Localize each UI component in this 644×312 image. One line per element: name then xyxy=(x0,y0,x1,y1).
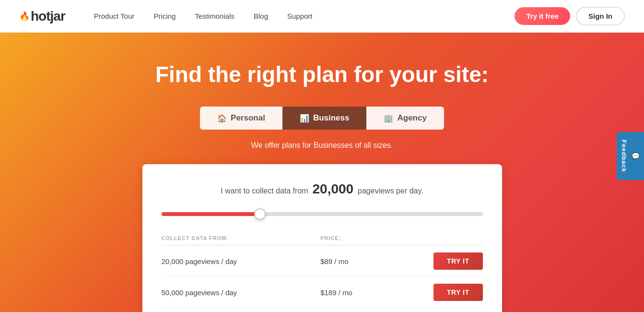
tab-agency[interactable]: 🏢 Agency xyxy=(366,107,444,130)
logo[interactable]: 🔥 hotjar xyxy=(19,9,65,24)
row-data-2: 120,000 pageviews / day xyxy=(162,308,321,312)
nav-product-tour[interactable]: Product Tour xyxy=(94,12,135,20)
nav-blog[interactable]: Blog xyxy=(254,12,268,20)
table-row: 20,000 pageviews / day $89 / mo TRY IT xyxy=(162,245,483,277)
slider-label-prefix: I want to collect data from xyxy=(221,187,308,195)
row-data-1: 50,000 pageviews / day xyxy=(162,277,321,308)
navbar: 🔥 hotjar Product Tour Pricing Testimonia… xyxy=(0,0,644,33)
pricing-table: COLLECT DATA FROM: PRICE: 20,000 pagevie… xyxy=(162,231,483,312)
hero-title: Find the right plan for your site: xyxy=(10,61,634,87)
tab-personal[interactable]: 🏠 Personal xyxy=(200,107,282,130)
feedback-icon: 💬 xyxy=(632,152,640,160)
nav-pricing[interactable]: Pricing xyxy=(154,12,176,20)
feedback-label: Feedback xyxy=(621,140,628,172)
nav-testimonials[interactable]: Testimonials xyxy=(195,12,234,20)
table-row: 120,000 pageviews / day $289 / mo TRY IT xyxy=(162,308,483,312)
business-icon: 📊 xyxy=(300,114,309,123)
row-data-0: 20,000 pageviews / day xyxy=(162,245,321,277)
tab-personal-label: Personal xyxy=(231,113,265,123)
agency-icon: 🏢 xyxy=(384,114,393,123)
row-price-2: $289 / mo xyxy=(320,308,384,312)
pageview-label: I want to collect data from 20,000 pagev… xyxy=(162,181,483,197)
nav-links: Product Tour Pricing Testimonials Blog S… xyxy=(94,12,515,20)
pageview-slider[interactable] xyxy=(162,212,483,216)
personal-icon: 🏠 xyxy=(217,114,227,123)
col-header-price: PRICE: xyxy=(320,231,384,245)
row-price-0: $89 / mo xyxy=(320,245,384,277)
col-header-data: COLLECT DATA FROM: xyxy=(162,231,321,245)
tab-business-label: Business xyxy=(313,113,350,123)
feedback-tab[interactable]: 💬 Feedback xyxy=(617,132,644,180)
nav-actions: Try it free Sign In xyxy=(515,7,625,25)
try-free-button[interactable]: Try it free xyxy=(515,7,570,25)
slider-value-display: 20,000 xyxy=(313,181,354,196)
pageview-selector: I want to collect data from 20,000 pagev… xyxy=(162,181,483,218)
try-it-button-1[interactable]: TRY IT xyxy=(433,284,483,301)
plan-tab-switcher: 🏠 Personal 📊 Business 🏢 Agency xyxy=(10,107,634,130)
sign-in-button[interactable]: Sign In xyxy=(576,7,625,25)
tab-agency-label: Agency xyxy=(397,113,426,123)
logo-flame-icon: 🔥 xyxy=(19,11,30,22)
nav-support[interactable]: Support xyxy=(287,12,313,20)
pricing-card: I want to collect data from 20,000 pagev… xyxy=(142,164,502,312)
tab-business[interactable]: 📊 Business xyxy=(282,107,367,130)
hero-section: Find the right plan for your site: 🏠 Per… xyxy=(0,33,644,312)
hero-subtitle: We offer plans for Businesses of all siz… xyxy=(10,141,634,150)
slider-label-suffix: pageviews per day. xyxy=(358,187,423,195)
row-price-1: $189 / mo xyxy=(320,277,384,308)
table-row: 50,000 pageviews / day $189 / mo TRY IT xyxy=(162,277,483,308)
try-it-button-0[interactable]: TRY IT xyxy=(433,252,483,270)
logo-text: hotjar xyxy=(31,9,65,24)
